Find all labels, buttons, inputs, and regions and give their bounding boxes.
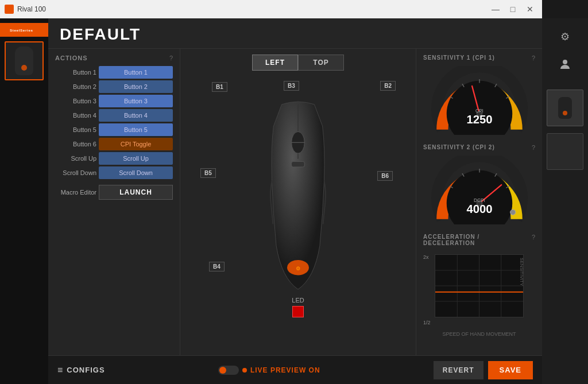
sens1-header: SENSITIVITY 1 (CPI 1) ? (423, 55, 535, 61)
live-dot (242, 368, 247, 373)
tab-left[interactable]: LEFT (252, 55, 298, 71)
revert-button[interactable]: REVERT (434, 361, 483, 379)
minimize-button[interactable]: — (488, 3, 503, 15)
sens1-title: SENSITIVITY 1 (CPI 1) (423, 55, 495, 61)
mouse-button-b4[interactable]: B4 (209, 262, 225, 271)
device-thumb-main[interactable] (5, 41, 44, 80)
sensitivity-2-section: SENSITIVITY 2 (CPI 2) ? (423, 144, 535, 224)
brand-bar: SteelSeries (0, 23, 48, 37)
right-sidebar-icons: ⚙ (542, 18, 588, 384)
live-preview-label: LIVE PREVIEW ON (250, 366, 320, 374)
bottom-bar: ≡ CONFIGS LIVE PREVIEW ON REVERT SAVE (48, 355, 542, 384)
app-icon (5, 5, 14, 14)
sensitivity-1-section: SENSITIVITY 1 (CPI 1) ? (423, 55, 535, 135)
main-content: DEFAULT ACTIONS ? Button 1 Button 1 Butt… (48, 18, 542, 384)
close-button[interactable]: ✕ (523, 3, 537, 15)
action-row-7: Scroll Down Scroll Down (55, 166, 173, 179)
configs-button[interactable]: ≡ CONFIGS (57, 365, 105, 375)
mouse-button-b5[interactable]: B5 (200, 168, 216, 178)
toggle-track[interactable] (218, 366, 239, 375)
action-row-5: Button 6 CPI Toggle (55, 138, 173, 150)
action-btn-5[interactable]: CPI Toggle (99, 138, 173, 150)
window-controls[interactable]: — □ ✕ (488, 3, 537, 15)
mouse-button-b2[interactable]: B2 (380, 81, 396, 91)
action-label-2: Button 3 (55, 98, 96, 104)
gauge-2-svg: DCPI 4000 (428, 156, 531, 224)
action-label-3: Button 4 (55, 112, 96, 119)
led-area: LED (292, 297, 304, 317)
mouse-viewer: LEFT TOP B1 B3 B2 B5 B6 B4 (180, 49, 416, 355)
svg-point-0 (563, 60, 567, 64)
mouse-thumb-icon (15, 46, 33, 75)
title-bar: Rival 100 — □ ✕ (0, 0, 542, 18)
action-label-0: Button 1 (55, 69, 96, 76)
svg-text:1250: 1250 (466, 113, 492, 126)
actions-title: ACTIONS (55, 55, 88, 61)
svg-text:4000: 4000 (466, 203, 492, 215)
svg-point-26 (510, 210, 515, 215)
maximize-button[interactable]: □ (505, 3, 520, 15)
view-tabs: LEFT TOP (252, 55, 344, 71)
svg-rect-5 (292, 161, 305, 166)
mouse-container: B1 B3 B2 B5 B6 B4 (200, 76, 396, 317)
mouse-button-b1[interactable]: B1 (212, 82, 227, 92)
gauge-1[interactable]: CPI 1250 (428, 66, 531, 135)
accel-graph[interactable]: SENSITIVITY (435, 254, 524, 317)
accel-help[interactable]: ? (532, 234, 535, 250)
action-btn-0[interactable]: Button 1 (99, 66, 173, 79)
bottom-right-buttons: REVERT SAVE (434, 361, 533, 379)
gear-icon[interactable]: ⚙ (554, 25, 577, 48)
accel-section: ACCELERATION / DECELERATION ? 2x (423, 234, 535, 338)
action-btn-1[interactable]: Button 2 (99, 80, 173, 93)
device-thumbnail-1[interactable] (547, 90, 583, 126)
macro-editor-label: Macro Editor (55, 189, 96, 196)
save-button[interactable]: SAVE (488, 361, 533, 379)
accel-header: ACCELERATION / DECELERATION ? (423, 234, 535, 250)
content-row: ACTIONS ? Button 1 Button 1 Button 2 But… (48, 49, 542, 355)
accel-y-top: 2x (423, 254, 429, 260)
macro-row: Macro Editor LAUNCH (55, 185, 173, 200)
right-panel: SENSITIVITY 1 (CPI 1) ? (416, 49, 542, 355)
action-label-4: Button 5 (55, 126, 96, 133)
actions-help-icon[interactable]: ? (169, 55, 173, 61)
toggle-thumb (219, 367, 226, 374)
sens1-help[interactable]: ? (532, 55, 535, 61)
action-row-1: Button 2 Button 2 (55, 80, 173, 93)
mouse-button-b6[interactable]: B6 (377, 171, 393, 181)
action-label-7: Scroll Down (55, 169, 96, 176)
device-thumbnail-2[interactable] (547, 133, 583, 170)
accel-graph-svg (435, 255, 523, 317)
action-btn-3[interactable]: Button 4 (99, 109, 173, 122)
bottom-center: LIVE PREVIEW ON (218, 366, 320, 375)
action-btn-2[interactable]: Button 3 (99, 95, 173, 107)
live-preview-toggle[interactable]: LIVE PREVIEW ON (218, 366, 320, 375)
macro-launch-button[interactable]: LAUNCH (99, 185, 173, 200)
gauge-2[interactable]: DCPI 4000 (428, 156, 531, 224)
user-icon[interactable] (554, 53, 577, 76)
accel-y-bottom: 1/2 (423, 320, 431, 325)
action-row-6: Scroll Up Scroll Up (55, 152, 173, 165)
left-sidebar: SteelSeries (0, 18, 48, 384)
window-title: Rival 100 (17, 5, 46, 13)
gauge-1-svg: CPI 1250 (428, 66, 531, 135)
accel-x-label: SPEED OF HAND MOVEMENT (442, 331, 516, 337)
action-btn-7[interactable]: Scroll Down (99, 166, 173, 179)
sens2-header: SENSITIVITY 2 (CPI 2) ? (423, 144, 535, 151)
action-label-5: Button 6 (55, 141, 96, 148)
action-btn-4[interactable]: Button 5 (99, 123, 173, 136)
sens2-title: SENSITIVITY 2 (CPI 2) (423, 144, 495, 151)
mouse-body-svg: ⚙ (241, 94, 355, 300)
action-btn-6[interactable]: Scroll Up (99, 152, 173, 165)
actions-panel: ACTIONS ? Button 1 Button 1 Button 2 But… (48, 49, 180, 355)
tab-top[interactable]: TOP (298, 55, 344, 71)
sens2-help[interactable]: ? (532, 144, 535, 151)
accel-y-axis-label: SENSITIVITY (520, 258, 525, 286)
led-color-swatch[interactable] (292, 306, 304, 317)
profile-header: DEFAULT (48, 18, 542, 49)
mouse-button-b3[interactable]: B3 (284, 81, 299, 91)
actions-panel-header: ACTIONS ? (55, 55, 173, 61)
accel-title: ACCELERATION / DECELERATION (423, 234, 532, 246)
led-label: LED (292, 297, 304, 304)
app-area: SteelSeries DEFAULT ACTIONS ? Button 1 (0, 18, 542, 384)
configs-label: CONFIGS (67, 366, 105, 374)
